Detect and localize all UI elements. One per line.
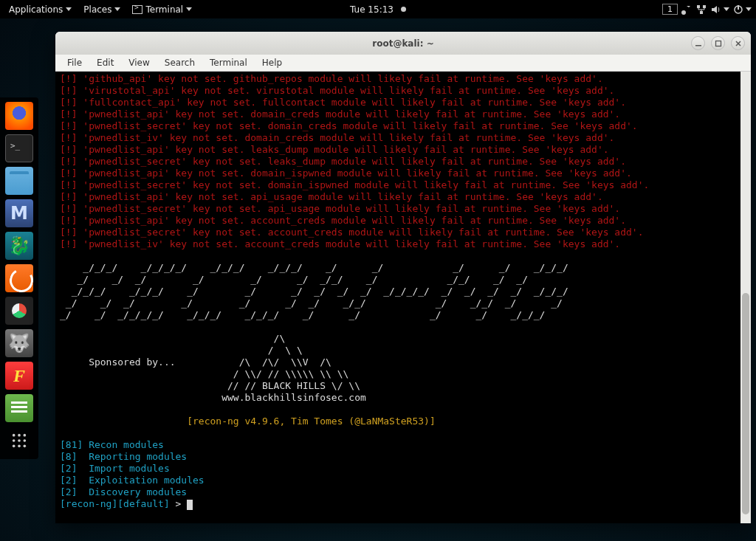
cursor	[187, 500, 193, 510]
svg-rect-1	[697, 5, 700, 8]
svg-rect-2	[703, 5, 706, 8]
minimize-button[interactable]	[691, 36, 705, 50]
desktop-topbar: Applications Places Terminal Tue 15:13 1	[0, 0, 756, 18]
firefox-launcher[interactable]	[5, 102, 33, 130]
menu-terminal[interactable]: Terminal	[204, 56, 253, 69]
power-icon[interactable]	[732, 4, 744, 15]
chevron-down-icon	[66, 7, 72, 11]
menu-view[interactable]: View	[123, 56, 155, 69]
prompt-symbol: >	[170, 498, 187, 509]
svg-rect-3	[700, 11, 703, 14]
svg-rect-15	[695, 45, 701, 46]
terminal-body: [!] 'github_api' key not set. github_rep…	[55, 72, 751, 523]
terminal-output[interactable]: [!] 'github_api' key not set. github_rep…	[55, 72, 740, 523]
topbar-terminal-label: Terminal	[145, 4, 183, 15]
warning-lines: [!] 'github_api' key not set. github_rep…	[60, 73, 649, 249]
menu-file[interactable]: File	[61, 56, 88, 69]
modules-list: [81] Recon modules [8] Reporting modules…	[60, 439, 205, 497]
burpsuite-launcher[interactable]	[5, 264, 33, 292]
topbar-terminal-menu[interactable]: Terminal	[128, 4, 196, 15]
window-titlebar[interactable]: root@kali: ~	[55, 32, 751, 55]
svg-point-6	[13, 434, 16, 437]
terminal-window: root@kali: ~ File Edit View Search Termi…	[55, 32, 751, 523]
svg-point-8	[24, 434, 27, 437]
svg-point-13	[18, 445, 21, 448]
chevron-down-icon	[724, 7, 729, 11]
sponsor-url: www.blackhillsinfosec.com	[221, 392, 366, 403]
files-launcher[interactable]	[5, 167, 33, 195]
sponsored-by-label: Sponsored by...	[89, 356, 175, 368]
kali-tool-launcher[interactable]: 🐉	[5, 232, 33, 260]
close-button[interactable]	[731, 36, 745, 50]
dock: M 🐉 🐺 F	[0, 97, 38, 459]
applications-label: Applications	[9, 4, 63, 15]
svg-point-12	[13, 445, 16, 448]
chevron-down-icon	[114, 7, 120, 11]
svg-point-14	[24, 445, 27, 448]
terminal-launcher[interactable]	[5, 134, 33, 162]
sponsor-art: /\ / \ \ Sponsored by... /\ /\/ \\V /\ /…	[60, 333, 366, 403]
menu-search[interactable]: Search	[159, 56, 201, 69]
scrollbar-thumb[interactable]	[742, 293, 749, 514]
notification-dot-icon	[401, 7, 406, 12]
applications-menu[interactable]: Applications	[4, 4, 76, 15]
clock-label: Tue 15:13	[350, 4, 394, 15]
notes-launcher[interactable]	[5, 394, 33, 422]
network-icon[interactable]	[695, 4, 707, 15]
menu-edit[interactable]: Edit	[91, 56, 120, 69]
chevron-down-icon	[746, 7, 752, 11]
places-label: Places	[83, 4, 111, 15]
terminal-icon	[132, 5, 142, 14]
svg-point-0	[681, 10, 686, 15]
record-icon[interactable]	[681, 4, 693, 15]
metasploit-launcher[interactable]: M	[5, 199, 33, 227]
maximize-button[interactable]	[711, 36, 725, 50]
svg-point-9	[13, 439, 16, 442]
clock-area[interactable]: Tue 15:13	[350, 4, 406, 15]
terminal-scrollbar[interactable]	[740, 72, 751, 523]
svg-point-10	[18, 439, 21, 442]
places-menu[interactable]: Places	[79, 4, 125, 15]
chevron-down-icon	[186, 7, 192, 11]
show-applications-button[interactable]	[5, 427, 33, 455]
workspace-indicator[interactable]: 1	[662, 4, 678, 15]
terminal-menubar: File Edit View Search Terminal Help	[55, 55, 751, 72]
ascii-banner: _/_/_/ _/_/_/_/ _/_/_/ _/_/_/ _/ _/ _/ _…	[60, 262, 568, 320]
image-tool-launcher[interactable]: 🐺	[5, 329, 33, 357]
svg-point-7	[18, 434, 21, 437]
recorder-launcher[interactable]	[5, 297, 33, 325]
svg-rect-5	[738, 5, 739, 10]
menu-help[interactable]: Help	[256, 56, 288, 69]
window-title: root@kali: ~	[372, 38, 433, 49]
prompt-context: [recon-ng][default]	[60, 498, 170, 509]
volume-icon[interactable]	[710, 4, 722, 15]
svg-rect-16	[715, 41, 721, 46]
version-line: [recon-ng v4.9.6, Tim Tomes (@LaNMaSteR5…	[187, 416, 436, 427]
svg-point-11	[24, 439, 27, 442]
faraday-launcher[interactable]: F	[5, 362, 33, 390]
